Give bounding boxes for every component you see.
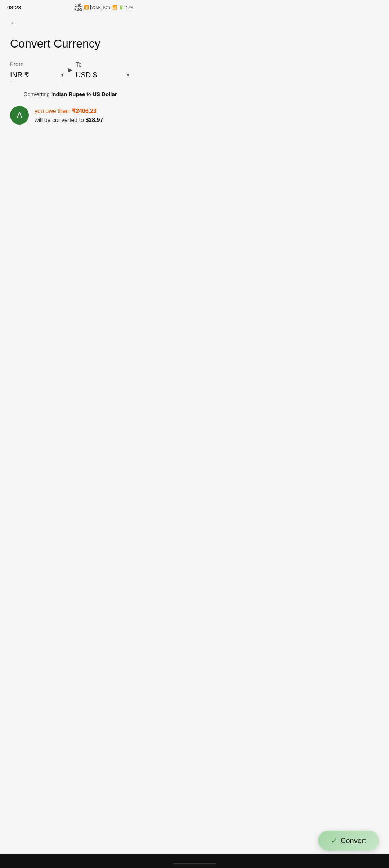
to-select[interactable]: USD $ ▼ bbox=[76, 71, 130, 82]
owe-amount: ₹2406.23 bbox=[72, 108, 97, 114]
wifi-icon: 📶 bbox=[84, 5, 89, 10]
converting-prefix: Converting bbox=[23, 91, 51, 97]
from-dropdown-arrow-icon: ▼ bbox=[60, 72, 65, 78]
converted-amount-line: will be converted to $28.97 bbox=[35, 117, 130, 123]
network-speed: 1.81KB/S bbox=[74, 4, 82, 12]
to-dropdown-arrow-icon: ▼ bbox=[125, 72, 130, 78]
status-icons: 1.81KB/S 📶 VoNR 5G+ 📶 🔋 42% bbox=[74, 4, 133, 12]
from-label: From bbox=[10, 61, 65, 68]
network-type: 5G+ bbox=[103, 5, 111, 10]
status-time: 08:23 bbox=[7, 4, 21, 10]
to-currency-value: USD $ bbox=[76, 71, 124, 79]
currency-section: From INR ₹ ▼ ▶ To USD $ ▼ Converting Ind… bbox=[10, 61, 130, 97]
conversion-card: A you owe them ₹2406.23 will be converte… bbox=[10, 106, 130, 125]
from-currency-group: From INR ₹ ▼ bbox=[10, 61, 65, 82]
signal-icon: 📶 bbox=[112, 5, 117, 10]
currency-selectors-row: From INR ₹ ▼ ▶ To USD $ ▼ bbox=[10, 61, 130, 82]
to-currency-name: US Dollar bbox=[93, 91, 117, 97]
battery-icon: 🔋 bbox=[119, 5, 124, 10]
from-currency-name: Indian Rupee bbox=[51, 91, 85, 97]
avatar-letter: A bbox=[17, 110, 22, 120]
to-currency-group: To USD $ ▼ bbox=[76, 62, 130, 82]
to-label: To bbox=[76, 62, 130, 68]
converting-description: Converting Indian Rupee to US Dollar bbox=[10, 91, 130, 97]
from-select[interactable]: INR ₹ ▼ bbox=[10, 71, 65, 82]
volte-icon: VoNR bbox=[90, 5, 102, 10]
conversion-info: you owe them ₹2406.23 will be converted … bbox=[35, 106, 130, 123]
avatar: A bbox=[10, 106, 29, 125]
status-bar: 08:23 1.81KB/S 📶 VoNR 5G+ 📶 🔋 42% bbox=[0, 0, 140, 13]
arrow-separator: ▶ bbox=[65, 67, 76, 77]
back-button[interactable]: ← bbox=[7, 17, 20, 30]
converted-amount: $28.97 bbox=[85, 117, 103, 123]
converted-prefix: will be converted to bbox=[35, 117, 85, 123]
right-arrow-icon: ▶ bbox=[68, 67, 72, 73]
battery-percent: 42% bbox=[125, 5, 133, 10]
page-title: Convert Currency bbox=[10, 37, 130, 50]
back-arrow-icon: ← bbox=[10, 18, 18, 28]
converting-middle: to bbox=[85, 91, 93, 97]
owe-prefix: you owe them bbox=[35, 108, 72, 114]
from-currency-value: INR ₹ bbox=[10, 71, 58, 79]
owe-amount-line: you owe them ₹2406.23 bbox=[35, 107, 130, 115]
